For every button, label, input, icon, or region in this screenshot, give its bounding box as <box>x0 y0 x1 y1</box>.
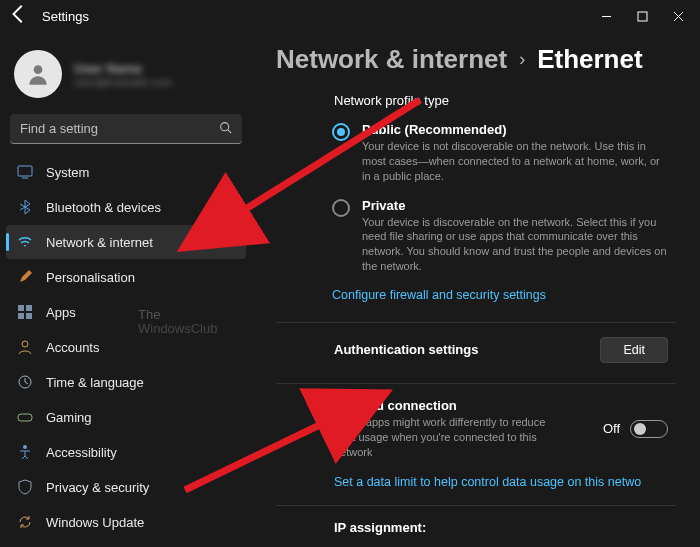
breadcrumb: Network & internet › Ethernet <box>276 44 676 75</box>
metered-title: Metered connection <box>334 398 591 413</box>
radio-desc: Your device is discoverable on the netwo… <box>362 215 668 274</box>
radio-desc: Your device is not discoverable on the n… <box>362 139 668 184</box>
close-button[interactable] <box>660 2 696 30</box>
ip-title: IP assignment: <box>334 520 668 535</box>
radio-public[interactable]: Public (Recommended) Your device is not … <box>332 122 676 184</box>
sidebar-item-system[interactable]: System <box>6 155 246 189</box>
svg-rect-0 <box>638 12 647 21</box>
radio-label: Private <box>362 198 668 213</box>
profile-name: User Name <box>74 61 172 76</box>
toggle-state: Off <box>603 421 620 436</box>
svg-rect-6 <box>18 313 24 319</box>
sidebar-item-bluetooth[interactable]: Bluetooth & devices <box>6 190 246 224</box>
breadcrumb-current: Ethernet <box>537 44 642 75</box>
main-content: Network & internet › Ethernet Network pr… <box>252 32 700 547</box>
svg-rect-4 <box>18 305 24 311</box>
breadcrumb-parent[interactable]: Network & internet <box>276 44 507 75</box>
network-profile-title: Network profile type <box>334 93 676 108</box>
sidebar-item-label: Apps <box>46 305 76 320</box>
sidebar-item-accessibility[interactable]: Accessibility <box>6 435 246 469</box>
sidebar-item-label: Gaming <box>46 410 92 425</box>
search-icon <box>219 121 232 137</box>
sidebar-item-time[interactable]: Time & language <box>6 365 246 399</box>
sidebar-item-label: Privacy & security <box>46 480 149 495</box>
sidebar-item-label: Personalisation <box>46 270 135 285</box>
sidebar-item-network[interactable]: Network & internet <box>6 225 246 259</box>
profile-block[interactable]: User Name user@example.com <box>6 40 246 110</box>
radio-button-private[interactable] <box>332 199 350 217</box>
update-icon <box>16 513 34 531</box>
radio-private[interactable]: Private Your device is discoverable on t… <box>332 198 676 274</box>
auth-title: Authentication settings <box>334 342 588 357</box>
system-icon <box>16 163 34 181</box>
sidebar-item-gaming[interactable]: Gaming <box>6 400 246 434</box>
sidebar-item-label: Bluetooth & devices <box>46 200 161 215</box>
minimize-button[interactable] <box>588 2 624 30</box>
ip-row: IP assignment: <box>276 506 676 547</box>
titlebar: Settings <box>0 0 700 32</box>
window-title: Settings <box>34 9 89 24</box>
bluetooth-icon <box>16 198 34 216</box>
apps-icon <box>16 303 34 321</box>
sidebar-item-label: Time & language <box>46 375 144 390</box>
auth-row: Authentication settings Edit <box>276 323 676 377</box>
svg-rect-7 <box>26 313 32 319</box>
svg-rect-10 <box>18 414 32 421</box>
sidebar-item-apps[interactable]: Apps <box>6 295 246 329</box>
brush-icon <box>16 268 34 286</box>
back-button[interactable] <box>4 0 34 33</box>
sidebar-item-update[interactable]: Windows Update <box>6 505 246 539</box>
maximize-button[interactable] <box>624 2 660 30</box>
sidebar-item-label: System <box>46 165 89 180</box>
metered-row: Metered connection Some apps might work … <box>276 384 676 474</box>
firewall-link[interactable]: Configure firewall and security settings <box>332 288 676 302</box>
accessibility-icon <box>16 443 34 461</box>
svg-rect-3 <box>18 166 32 176</box>
wifi-icon <box>16 233 34 251</box>
search-box[interactable] <box>10 114 242 144</box>
sidebar-item-accounts[interactable]: Accounts <box>6 330 246 364</box>
svg-point-1 <box>34 65 43 74</box>
radio-button-public[interactable] <box>332 123 350 141</box>
sidebar-item-label: Accessibility <box>46 445 117 460</box>
window-controls <box>588 2 696 30</box>
sidebar-item-label: Network & internet <box>46 235 153 250</box>
svg-rect-5 <box>26 305 32 311</box>
sidebar-item-label: Accounts <box>46 340 99 355</box>
sidebar-item-label: Windows Update <box>46 515 144 530</box>
accounts-icon <box>16 338 34 356</box>
clock-icon <box>16 373 34 391</box>
sidebar-item-privacy[interactable]: Privacy & security <box>6 470 246 504</box>
profile-email: user@example.com <box>74 76 172 88</box>
search-input[interactable] <box>10 114 242 144</box>
profile-text: User Name user@example.com <box>74 61 172 88</box>
svg-point-8 <box>22 341 28 347</box>
data-limit-link[interactable]: Set a data limit to help control data us… <box>334 475 676 489</box>
shield-icon <box>16 478 34 496</box>
svg-point-11 <box>23 445 27 449</box>
chevron-right-icon: › <box>519 49 525 70</box>
radio-label: Public (Recommended) <box>362 122 668 137</box>
svg-point-2 <box>221 123 229 131</box>
nav-list: System Bluetooth & devices Network & int… <box>6 154 246 547</box>
sidebar: User Name user@example.com System Blueto… <box>0 32 252 547</box>
sidebar-item-personalisation[interactable]: Personalisation <box>6 260 246 294</box>
metered-desc: Some apps might work differently to redu… <box>334 415 554 460</box>
edit-button[interactable]: Edit <box>600 337 668 363</box>
avatar <box>14 50 62 98</box>
metered-toggle[interactable] <box>630 420 668 438</box>
gaming-icon <box>16 408 34 426</box>
